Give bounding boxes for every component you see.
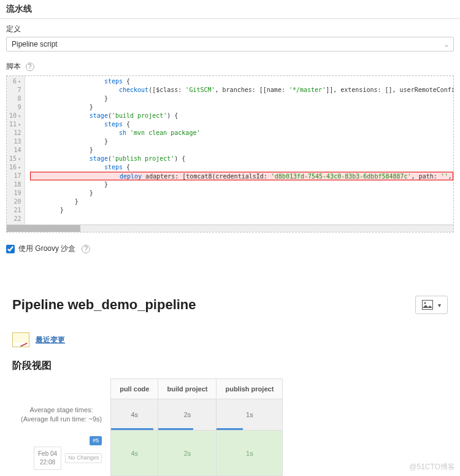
chevron-down-icon: ⌵ <box>445 41 448 48</box>
image-icon <box>422 300 433 310</box>
script-label: 脚本 <box>6 62 21 71</box>
run-time-0[interactable]: 4s <box>111 430 158 476</box>
avg-time-0: 4s <box>111 399 158 431</box>
editor-code-area[interactable]: steps { checkout([$class: 'GitSCM', bran… <box>25 76 453 225</box>
chevron-down-icon: ▾ <box>438 302 441 309</box>
sandbox-checkbox[interactable] <box>6 245 15 253</box>
definition-value: Pipeline script <box>12 40 58 48</box>
stage-col-1: build project <box>158 379 217 399</box>
avg-time-1: 2s <box>158 399 217 431</box>
run-time-1[interactable]: 2s <box>158 430 217 476</box>
definition-select[interactable]: Pipeline script ⌵ <box>6 37 454 52</box>
sandbox-row: 使用 Groovy 沙盒 ? <box>0 239 460 259</box>
stage-view-table: pull code build project publish project … <box>12 378 283 476</box>
sandbox-label: 使用 Groovy 沙盒 <box>18 244 75 254</box>
script-row: 脚本 ? <box>0 56 460 72</box>
editor-gutter: 6▾78910▾11▾12131415▾16▾171819202122 <box>7 76 25 225</box>
editor-scrollbar-x[interactable] <box>7 225 453 232</box>
pipeline-section-title: 流水线 <box>0 0 460 19</box>
help-icon[interactable]: ? <box>26 63 34 71</box>
recent-changes-link[interactable]: 最近变更 <box>36 335 65 345</box>
stage-col-0: pull code <box>111 379 158 399</box>
edit-description-dropdown[interactable]: ▾ <box>415 296 448 314</box>
script-editor[interactable]: 6▾78910▾11▾12131415▾16▾171819202122 step… <box>6 75 454 232</box>
help-icon[interactable]: ? <box>82 245 90 253</box>
avg-label-2: (Average full run time: ~9s) <box>21 415 102 424</box>
recent-changes-row: 最近变更 <box>12 332 448 347</box>
stage-run-row[interactable]: #5 Feb 04 22:08 No Changes 4s 2s 1s <box>12 430 283 476</box>
stage-col-2: publish project <box>217 379 283 399</box>
scrollbar-thumb[interactable] <box>7 225 80 232</box>
svg-rect-0 <box>423 301 433 310</box>
build-badge[interactable]: #5 <box>90 436 102 445</box>
stage-header-row: pull code build project publish project <box>12 379 283 399</box>
notepad-icon <box>12 332 29 347</box>
definition-row: 定义 Pipeline script ⌵ <box>0 19 460 56</box>
avg-time-2: 1s <box>217 399 283 431</box>
watermark: @51CTO博客 <box>409 462 455 472</box>
stage-avg-row: Average stage times: (Average full run t… <box>12 399 283 431</box>
svg-point-1 <box>424 302 426 304</box>
avg-label-1: Average stage times: <box>21 405 102 415</box>
stage-view-title: 阶段视图 <box>12 359 448 372</box>
definition-label: 定义 <box>6 24 454 34</box>
no-changes-badge: No Changes <box>65 453 102 463</box>
pipeline-header: Pipeline web_demo_pipeline ▾ <box>0 296 460 314</box>
run-date: Feb 04 <box>38 450 57 458</box>
run-time: 22:08 <box>38 458 57 467</box>
page-title: Pipeline web_demo_pipeline <box>12 297 196 313</box>
run-time-2[interactable]: 1s <box>217 430 283 476</box>
